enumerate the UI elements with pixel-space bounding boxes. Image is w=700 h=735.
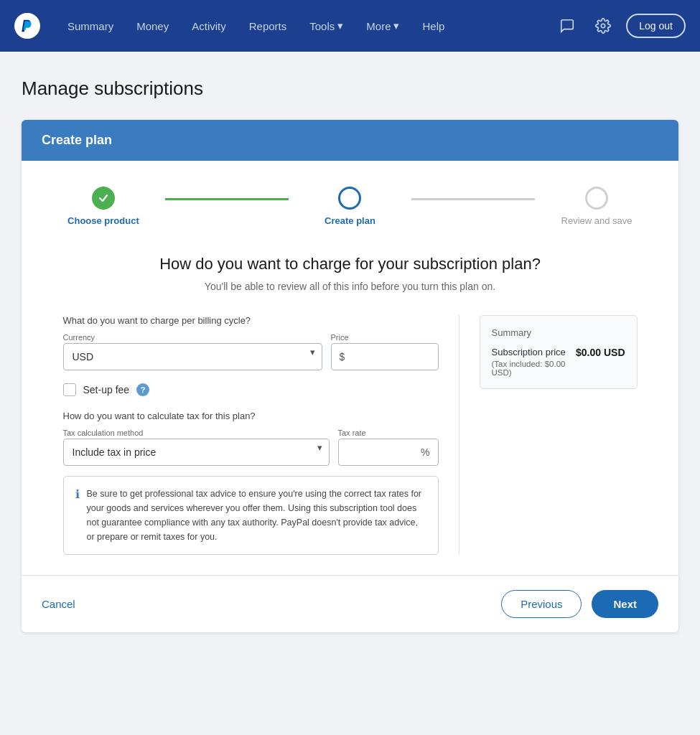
footer-right: Previous Next bbox=[501, 590, 658, 618]
form-layout: What do you want to charge per billing c… bbox=[63, 315, 638, 555]
tax-method-wrapper: Tax calculation method Include tax in pr… bbox=[63, 429, 330, 466]
cancel-button[interactable]: Cancel bbox=[42, 598, 75, 610]
tax-rate-percent-icon: % bbox=[421, 446, 429, 458]
main-question: How do you want to charge for your subsc… bbox=[63, 255, 638, 273]
step2-circle bbox=[338, 187, 361, 210]
setup-fee-help-icon[interactable]: ? bbox=[136, 383, 149, 396]
nav-reports[interactable]: Reports bbox=[239, 14, 297, 38]
nav-tools[interactable]: Tools ▾ bbox=[299, 14, 353, 38]
form-section: How do you want to charge for your subsc… bbox=[63, 255, 638, 555]
info-text: Be sure to get professional tax advice t… bbox=[87, 487, 426, 544]
card-body: Choose product Create plan bbox=[22, 161, 678, 575]
currency-select-wrapper: Currency USD EUR GBP ▾ bbox=[63, 333, 322, 370]
subscription-label: Subscription price bbox=[492, 347, 571, 357]
nav-money[interactable]: Money bbox=[126, 14, 179, 38]
tax-rate-label: Tax rate bbox=[338, 429, 439, 437]
summary-tax-included: (Tax included: $0.00 USD) bbox=[492, 360, 571, 377]
tax-info-box: ℹ Be sure to get professional tax advice… bbox=[63, 476, 439, 555]
step-choose-product: Choose product bbox=[42, 187, 165, 226]
billing-label: What do you want to charge per billing c… bbox=[63, 315, 439, 326]
summary-price-left: Subscription price (Tax included: $0.00 … bbox=[492, 347, 571, 377]
connector-1 bbox=[165, 198, 289, 200]
logout-button[interactable]: Log out bbox=[626, 14, 686, 38]
form-left: What do you want to charge per billing c… bbox=[63, 315, 439, 555]
step2-label: Create plan bbox=[325, 215, 375, 226]
price-input-wrapper: $ bbox=[331, 343, 439, 370]
tax-section-label: How do you want to calculate tax for thi… bbox=[63, 411, 439, 421]
tax-method-label: Tax calculation method bbox=[63, 429, 330, 437]
tax-method-select[interactable]: Include tax in price Exclude tax from pr… bbox=[63, 439, 330, 466]
nav-help[interactable]: Help bbox=[412, 14, 454, 38]
navbar: Summary Money Activity Reports Tools ▾ M… bbox=[0, 0, 700, 52]
nav-summary[interactable]: Summary bbox=[57, 14, 123, 38]
tax-rate-outer: Tax rate % bbox=[338, 429, 439, 466]
step-create-plan: Create plan bbox=[289, 187, 412, 226]
nav-more[interactable]: More ▾ bbox=[356, 14, 409, 38]
summary-title: Summary bbox=[492, 327, 625, 338]
step1-circle bbox=[92, 187, 115, 210]
paypal-logo bbox=[14, 13, 40, 39]
setup-fee-checkbox[interactable] bbox=[63, 383, 76, 396]
step3-circle bbox=[585, 187, 608, 210]
summary-panel: Summary Subscription price (Tax included… bbox=[480, 315, 638, 389]
nav-activity[interactable]: Activity bbox=[182, 14, 236, 38]
subscription-value: $0.00 USD bbox=[576, 347, 625, 358]
more-chevron-icon: ▾ bbox=[393, 19, 399, 32]
step1-label: Choose product bbox=[67, 215, 139, 226]
tax-row: Tax calculation method Include tax in pr… bbox=[63, 429, 439, 466]
stepper: Choose product Create plan bbox=[42, 187, 658, 226]
currency-select[interactable]: USD EUR GBP bbox=[63, 343, 322, 370]
card-header-title: Create plan bbox=[42, 133, 112, 147]
tax-rate-wrapper: % bbox=[338, 439, 439, 466]
price-wrapper-outer: Price $ bbox=[331, 333, 439, 370]
info-circle-icon: ℹ bbox=[75, 487, 80, 544]
price-input[interactable] bbox=[331, 343, 439, 370]
next-button[interactable]: Next bbox=[592, 590, 658, 618]
step-review-save: Review and save bbox=[535, 187, 658, 226]
nav-links: Summary Money Activity Reports Tools ▾ M… bbox=[57, 14, 554, 38]
main-sub: You'll be able to review all of this inf… bbox=[63, 281, 638, 292]
currency-price-row: Currency USD EUR GBP ▾ Price bbox=[63, 333, 439, 370]
card-header: Create plan bbox=[22, 120, 678, 161]
tools-chevron-icon: ▾ bbox=[337, 19, 343, 32]
setup-fee-row: Set-up fee ? bbox=[63, 383, 439, 396]
vertical-divider bbox=[459, 315, 459, 555]
step3-label: Review and save bbox=[561, 215, 633, 226]
messages-button[interactable] bbox=[554, 13, 580, 39]
connector-2 bbox=[411, 198, 535, 200]
settings-button[interactable] bbox=[590, 13, 616, 39]
summary-price-row: Subscription price (Tax included: $0.00 … bbox=[492, 347, 625, 377]
currency-label: Currency bbox=[63, 333, 322, 342]
card-footer: Cancel Previous Next bbox=[22, 575, 678, 632]
page-title: Manage subscriptions bbox=[22, 78, 678, 100]
create-plan-card: Create plan Choose product bbox=[22, 120, 678, 632]
navbar-actions: Log out bbox=[554, 13, 686, 39]
previous-button[interactable]: Previous bbox=[501, 590, 582, 618]
form-right: Summary Subscription price (Tax included… bbox=[480, 315, 638, 555]
svg-point-0 bbox=[602, 24, 606, 28]
setup-fee-label: Set-up fee bbox=[83, 384, 130, 395]
price-label: Price bbox=[331, 333, 439, 342]
price-prefix-icon: $ bbox=[340, 351, 345, 362]
page-content: Manage subscriptions Create plan Choose … bbox=[0, 52, 700, 654]
